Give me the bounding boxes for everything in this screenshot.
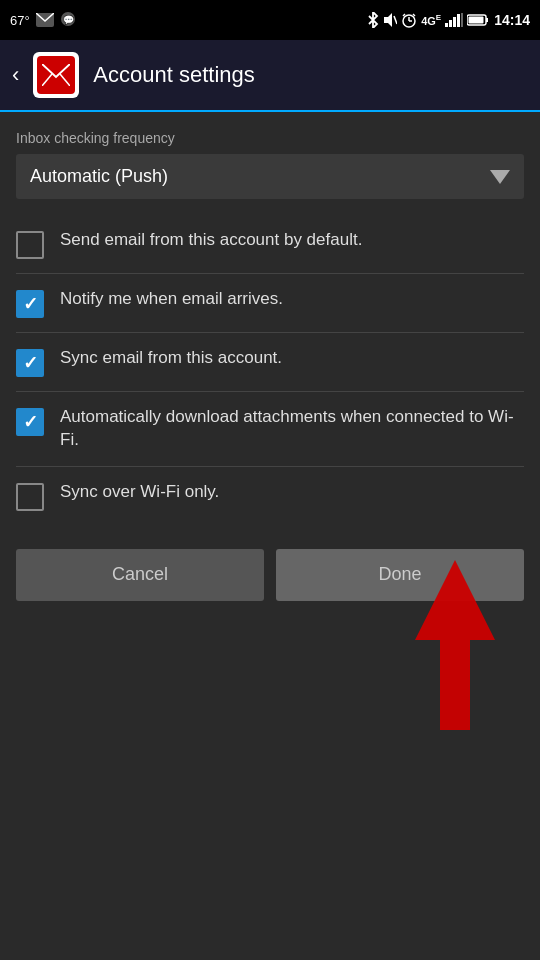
svg-line-9 bbox=[413, 14, 415, 16]
mail-icon bbox=[42, 64, 70, 86]
status-right: 4GE 14:14 bbox=[367, 12, 530, 28]
frequency-dropdown[interactable]: Automatic (Push) bbox=[16, 154, 524, 199]
svg-text:💬: 💬 bbox=[62, 14, 74, 26]
svg-rect-16 bbox=[486, 18, 488, 22]
app-icon-inner bbox=[37, 56, 75, 94]
time-display: 14:14 bbox=[494, 12, 530, 28]
checkbox-notify-arrives[interactable]: Notify me when email arrives. bbox=[16, 278, 524, 328]
checkbox-sync-account[interactable]: Sync email from this account. bbox=[16, 337, 524, 387]
checkbox-send-default-box[interactable] bbox=[16, 231, 44, 259]
battery-icon bbox=[467, 14, 489, 26]
content-area: Inbox checking frequency Automatic (Push… bbox=[0, 112, 540, 960]
divider-1 bbox=[16, 273, 524, 274]
toolbar-title: Account settings bbox=[93, 62, 254, 88]
frequency-value: Automatic (Push) bbox=[30, 166, 168, 187]
dropdown-arrow-icon bbox=[490, 170, 510, 184]
toolbar: ‹ Account settings bbox=[0, 40, 540, 112]
inbox-frequency-label: Inbox checking frequency bbox=[16, 130, 524, 146]
checkbox-send-default-label: Send email from this account by default. bbox=[60, 229, 524, 252]
svg-rect-12 bbox=[453, 17, 456, 27]
red-arrow-svg bbox=[380, 540, 510, 740]
app-icon bbox=[33, 52, 79, 98]
cancel-button[interactable]: Cancel bbox=[16, 549, 264, 601]
checkbox-auto-download-box[interactable] bbox=[16, 408, 44, 436]
checkbox-sync-wifi[interactable]: Sync over Wi-Fi only. bbox=[16, 471, 524, 521]
checkbox-sync-account-box[interactable] bbox=[16, 349, 44, 377]
checkbox-sync-wifi-box[interactable] bbox=[16, 483, 44, 511]
divider-3 bbox=[16, 391, 524, 392]
checkbox-sync-wifi-label: Sync over Wi-Fi only. bbox=[60, 481, 524, 504]
checkbox-notify-arrives-label: Notify me when email arrives. bbox=[60, 288, 524, 311]
annotation-arrow bbox=[380, 540, 510, 740]
status-icons: 4GE bbox=[367, 12, 489, 28]
status-bar: 67° 💬 bbox=[0, 0, 540, 40]
svg-line-8 bbox=[403, 14, 405, 16]
back-button[interactable]: ‹ bbox=[12, 62, 19, 88]
chat-icon: 💬 bbox=[60, 12, 76, 28]
svg-rect-11 bbox=[449, 20, 452, 27]
signal-icon bbox=[445, 13, 463, 27]
checkbox-notify-arrives-box[interactable] bbox=[16, 290, 44, 318]
svg-marker-3 bbox=[384, 13, 392, 27]
checkbox-sync-account-label: Sync email from this account. bbox=[60, 347, 524, 370]
checkbox-send-default[interactable]: Send email from this account by default. bbox=[16, 219, 524, 269]
divider-2 bbox=[16, 332, 524, 333]
svg-marker-22 bbox=[415, 560, 495, 730]
gmail-icon bbox=[36, 13, 54, 27]
temp-display: 67° bbox=[10, 13, 30, 28]
checkbox-auto-download[interactable]: Automatically download attachments when … bbox=[16, 396, 524, 462]
svg-rect-13 bbox=[457, 14, 460, 27]
status-left: 67° 💬 bbox=[10, 12, 76, 28]
svg-rect-14 bbox=[461, 13, 463, 27]
divider-4 bbox=[16, 466, 524, 467]
svg-rect-17 bbox=[469, 17, 484, 24]
svg-line-4 bbox=[394, 16, 397, 24]
network-label: 4GE bbox=[421, 13, 441, 27]
checkbox-auto-download-label: Automatically download attachments when … bbox=[60, 406, 524, 452]
mute-icon bbox=[383, 12, 397, 28]
alarm-icon bbox=[401, 12, 417, 28]
svg-rect-10 bbox=[445, 23, 448, 27]
bluetooth-icon bbox=[367, 12, 379, 28]
